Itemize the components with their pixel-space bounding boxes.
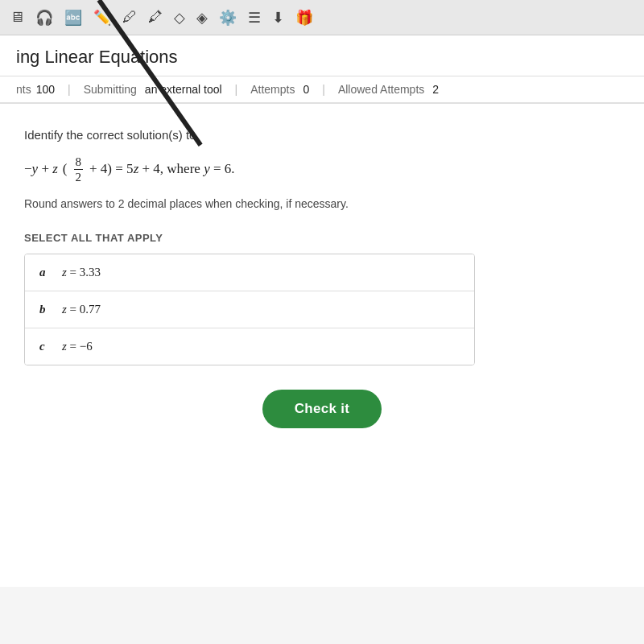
highlighter-icon[interactable]: 🖍	[148, 9, 163, 26]
option-c-letter: c	[39, 340, 52, 353]
option-a[interactable]: a z = 3.33	[25, 254, 474, 291]
gift-icon[interactable]: 🎁	[295, 9, 313, 27]
option-a-formula: z = 3.33	[62, 266, 101, 279]
page-title: ing Linear Equations	[0, 35, 644, 76]
translate-icon[interactable]: 🔤	[64, 9, 82, 27]
points-value: 100	[36, 83, 55, 96]
attempts-label: Attempts	[250, 83, 295, 96]
marker-icon[interactable]: 🖊	[122, 9, 137, 26]
list-icon[interactable]: ☰	[248, 9, 261, 27]
fraction: 8 2	[74, 155, 84, 184]
check-btn-wrapper: Check it	[24, 390, 620, 428]
allowed-attempts-value: 2	[432, 83, 439, 96]
submitting-value: an external tool	[145, 83, 222, 96]
options-list: a z = 3.33 b z = 0.77 c z = −6	[24, 254, 475, 365]
meta-bar: nts 100 | Submitting an external tool | …	[0, 76, 644, 104]
pencil-icon[interactable]: ✏️	[93, 9, 111, 27]
eraser2-icon[interactable]: ◈	[196, 9, 208, 27]
submitting-label: Submitting	[84, 83, 137, 96]
attempts-value: 0	[303, 83, 309, 96]
main-content: Identify the correct solution(s) to −y +…	[0, 104, 644, 587]
select-all-label: SELECT ALL THAT APPLY	[24, 232, 620, 244]
question-intro: Identify the correct solution(s) to	[24, 126, 620, 145]
monitor-icon[interactable]: 🖥	[10, 9, 24, 26]
eraser-icon[interactable]: ◇	[174, 9, 185, 27]
allowed-attempts-label: Allowed Attempts	[338, 83, 424, 96]
headphone-icon[interactable]: 🎧	[35, 9, 53, 27]
option-c[interactable]: c z = −6	[25, 328, 474, 365]
equation-prefix: −y + z	[24, 161, 58, 177]
option-a-letter: a	[39, 266, 52, 279]
option-b[interactable]: b z = 0.77	[25, 291, 474, 328]
fraction-numerator: 8	[74, 155, 84, 170]
option-b-letter: b	[39, 303, 52, 316]
equation-suffix: + 4) = 5z + 4, where y = 6.	[89, 161, 234, 177]
equation-paren-open: (	[63, 161, 68, 177]
round-note: Round answers to 2 decimal places when c…	[24, 196, 620, 213]
option-b-formula: z = 0.77	[62, 303, 101, 316]
points-label: nts	[16, 83, 31, 96]
equation: −y + z ( 8 2 + 4) = 5z + 4, where y = 6.	[24, 155, 620, 184]
check-it-button[interactable]: Check it	[262, 390, 382, 428]
option-c-formula: z = −6	[62, 340, 93, 353]
toolbar: 🖥 🎧 🔤 ✏️ 🖊 🖍 ◇ ◈ ⚙️ ☰ ⬇ 🎁	[0, 0, 644, 35]
filter-icon[interactable]: ⬇	[272, 9, 284, 27]
fraction-denominator: 2	[74, 170, 84, 184]
gear-icon[interactable]: ⚙️	[219, 9, 237, 27]
